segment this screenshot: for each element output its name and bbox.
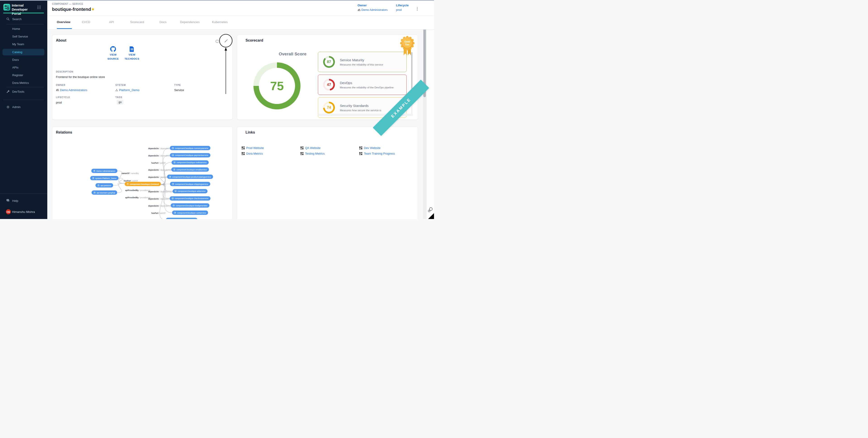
link-qa-website[interactable]: QA Website xyxy=(301,146,320,149)
sidebar-item-self-service[interactable]: Self Service xyxy=(0,33,47,39)
sidebar-item-admin[interactable]: ⚙ Admin xyxy=(0,104,47,110)
edge-label: ownerOf / ownedBy xyxy=(122,172,139,174)
graph-node-partial[interactable] xyxy=(166,218,197,219)
sidebar-item-catalog[interactable]: Catalog xyxy=(0,49,47,55)
view-source-button[interactable]: VIEWSOURCE xyxy=(103,46,123,61)
link-team-training-progress[interactable]: Team Training Progress xyxy=(359,152,395,155)
graph-node-left[interactable]: api:starwars-graphql xyxy=(92,191,117,195)
graph-node-left[interactable]: Demo Administrators xyxy=(91,169,118,173)
page-title: boutique-frontend xyxy=(52,7,91,12)
metric-description: Measures the reliability of the DevOps p… xyxy=(340,86,394,89)
sidebar-item-register[interactable]: Register xyxy=(0,72,47,78)
tab-dependencies[interactable]: Dependencies xyxy=(180,20,199,24)
entity-icon xyxy=(94,192,95,194)
overall-score-value: 75 xyxy=(253,62,301,109)
chat-bubbles-icon[interactable] xyxy=(428,207,434,213)
edge-label: dependsOn / dependencyOf xyxy=(148,191,173,193)
overall-score-label: Overall Score xyxy=(268,52,317,57)
tab-docs[interactable]: Docs xyxy=(159,20,166,24)
entity-icon xyxy=(97,184,99,186)
links-card: Links Prod Website QA Website Dev Websit… xyxy=(237,127,418,219)
graph-node-right[interactable]: component:boutique-cartservice xyxy=(172,211,208,215)
metrics-scrollbar-thumb[interactable] xyxy=(411,52,412,91)
view-techdocs-button[interactable]: VIEWTECHDOCS xyxy=(122,46,142,61)
graph-node-left[interactable]: api:petstore xyxy=(95,183,113,188)
entity-icon xyxy=(175,190,177,192)
edge-label: hasPart / partOf xyxy=(124,180,138,182)
graph-node-right[interactable]: component:boutique-checkoutservice xyxy=(170,196,211,200)
graph-node-right[interactable]: component:boutique-emailservice xyxy=(171,167,209,172)
edge-label: dependsOn / dependencyOf xyxy=(148,198,173,200)
edge-label: dependsOn / dependencyOf xyxy=(148,205,173,207)
entity-icon xyxy=(92,177,94,179)
user-avatar[interactable]: HM xyxy=(6,209,11,214)
graph-node-right[interactable]: component:boutique-shippingservice xyxy=(170,182,210,186)
graph-node-right[interactable]: component:boutique-currencyservice xyxy=(170,146,211,150)
metric-gauge: 74 xyxy=(323,102,335,113)
link-testing-metrics[interactable]: Testing Metrics xyxy=(301,152,325,155)
edge-label: apiProvidedBy / providesApi xyxy=(125,196,150,199)
graph-node-right[interactable]: component:boutique-loadgenerator xyxy=(170,203,209,208)
metric-card-service-maturity[interactable]: 87 Service Maturity Measures the reliabi… xyxy=(318,52,407,72)
lifecycle-label: Lifecycle xyxy=(396,4,409,7)
graph-node-left[interactable]: system:Platform_Demo xyxy=(90,176,119,180)
graph-node-right[interactable]: component:boutique-productcatalogservice xyxy=(167,175,213,179)
system-field-link[interactable]: Platform_Demo xyxy=(115,88,140,92)
tab-overview[interactable]: Overview xyxy=(57,20,70,24)
metric-gauge: 87 xyxy=(323,56,335,68)
entity-icon xyxy=(172,155,174,156)
apps-grid-icon[interactable] xyxy=(37,5,41,9)
entity-icon xyxy=(93,170,95,172)
edge-label: dependsOn / dependencyOf xyxy=(148,155,173,157)
link-prod-website[interactable]: Prod Website xyxy=(242,146,264,149)
entity-icon xyxy=(172,147,174,149)
wrench-icon xyxy=(6,90,10,94)
owner-field-link[interactable]: Demo Administrators xyxy=(56,88,87,92)
user-name[interactable]: Himanshu Mishra xyxy=(12,210,35,213)
sidebar-item-home[interactable]: Home xyxy=(0,26,47,32)
lifecycle-value: prod xyxy=(396,8,402,11)
refresh-icon[interactable] xyxy=(215,39,219,44)
graph-node-center[interactable]: component:boutique-frontend xyxy=(125,182,161,186)
entity-icon xyxy=(169,176,171,178)
graph-node-right[interactable]: component:boutique-adservice xyxy=(173,189,208,193)
edit-pencil-icon[interactable] xyxy=(223,38,228,43)
description-value: Frontend for the boutique online store xyxy=(56,75,105,79)
type-field-label: TYPE xyxy=(174,84,181,86)
breadcrumb: COMPONENT — SERVICE xyxy=(52,2,83,5)
svg-text:Gold: Gold xyxy=(404,40,410,43)
entity-icon xyxy=(174,212,176,213)
sidebar-item-devtools[interactable]: DevTools xyxy=(0,89,47,95)
favorite-star-icon[interactable]: ★ xyxy=(91,7,95,11)
owner-link[interactable]: Demo Administrators xyxy=(358,8,388,11)
tab-api[interactable]: API xyxy=(109,20,114,24)
lifecycle-field-label: LIFECYCLE xyxy=(56,96,70,99)
tag-chip[interactable]: go xyxy=(117,100,123,104)
sidebar-item-my-team[interactable]: My Team xyxy=(0,41,47,47)
owner-label: Owner xyxy=(358,4,388,7)
sidebar: Internal Developer Portal Search Home Se… xyxy=(0,0,47,219)
graph-node-right[interactable]: component:boutique-paymentservice xyxy=(170,153,211,157)
entity-icon xyxy=(127,183,128,185)
metric-card-devops[interactable]: 47 DevOps Measures the reliability of th… xyxy=(318,75,407,95)
tab-kubernetes[interactable]: Kubernetes xyxy=(212,20,228,24)
description-label: DESCRIPTION xyxy=(56,70,73,73)
edge-label: hasPart / partOf xyxy=(151,162,165,164)
tab-scorecard[interactable]: Scorecard xyxy=(130,20,144,24)
sidebar-item-help[interactable]: ? Help xyxy=(0,198,47,204)
dashboard-icon xyxy=(359,146,362,149)
about-card: About VIEWSOURCE VIEWTECHDOCS DESCRIPTIO… xyxy=(52,35,232,120)
graph-node-right[interactable]: component:boutique-redisservice xyxy=(172,160,209,165)
people-icon xyxy=(56,89,59,91)
sidebar-item-apis[interactable]: APIs xyxy=(0,64,47,70)
sidebar-item-dora-metrics[interactable]: Dora Metrics xyxy=(0,80,47,86)
link-dev-website[interactable]: Dev Website xyxy=(359,146,380,149)
kebab-menu-icon[interactable] xyxy=(416,6,419,12)
search-icon xyxy=(6,17,10,21)
sidebar-search[interactable]: Search xyxy=(0,16,47,22)
scorecard-card: Scorecard Overall Score 75 87 Service Ma… xyxy=(237,35,418,120)
tab-cicd[interactable]: CI/CD xyxy=(82,20,90,24)
link-dora-metrics[interactable]: Dora Metrics xyxy=(242,152,263,155)
sidebar-item-docs[interactable]: Docs xyxy=(0,57,47,63)
type-field-value: Service xyxy=(174,88,184,92)
